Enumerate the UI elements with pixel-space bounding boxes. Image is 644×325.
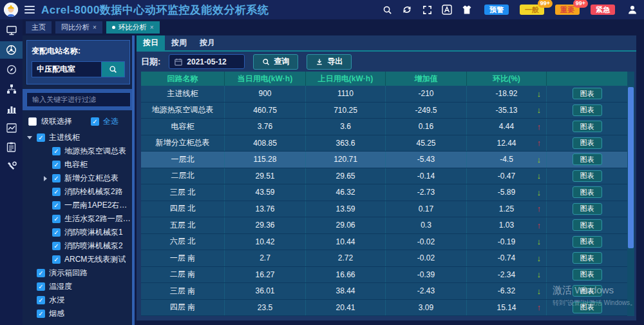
tree-checkbox[interactable]: ✓	[52, 188, 61, 196]
circuit-name-cell: 二层北	[141, 168, 225, 184]
tree-item-地源热泵空调总表[interactable]: ✓地源热泵空调总表	[25, 144, 135, 158]
chart-button[interactable]: 图表	[573, 302, 602, 313]
avatar[interactable]	[4, 3, 18, 17]
tree-checkbox[interactable]: ✓	[37, 133, 45, 142]
nav-tab-主页[interactable]: 主页	[26, 21, 52, 34]
table-row-四层 南[interactable]: 四层 南23.520.413.0915.14↑图表	[141, 300, 627, 317]
table-row-三层 北[interactable]: 三层 北43.5946.32-2.73-5.89↓图表	[141, 184, 627, 201]
tree-checkbox[interactable]: ✓	[52, 215, 61, 223]
table-row-地源热泵空调总表[interactable]: 地源热泵空调总表460.75710.25-249.5-35.13↓图表	[141, 103, 627, 119]
today-usage-cell: 16.27	[225, 267, 306, 283]
tree-checkbox[interactable]: ✓	[37, 282, 45, 291]
nav-tab-同比分析[interactable]: 同比分析×	[55, 21, 102, 34]
chart-button[interactable]: 图表	[573, 252, 602, 264]
chart-button[interactable]: 图表	[573, 88, 602, 99]
tree-item-电容柜[interactable]: ✓电容柜	[25, 158, 135, 172]
table-row-主进线柜[interactable]: 主进线柜9001110-210-18.92↓图表	[141, 86, 627, 103]
tree-item-消防喷淋机械泵1[interactable]: ✓消防喷淋机械泵1	[25, 226, 135, 239]
date-picker[interactable]: 2021-05-12	[169, 54, 245, 69]
tree-item-烟感[interactable]: ✓烟感	[25, 307, 135, 320]
user-icon[interactable]	[627, 5, 638, 15]
rail-item-bar-chart[interactable]	[0, 100, 23, 117]
translate-icon[interactable]	[442, 5, 452, 15]
tree-checkbox[interactable]: ✓	[52, 201, 61, 210]
tree-checkbox[interactable]: ✓	[37, 310, 45, 318]
tree-filter-input[interactable]: 输入关键字进行过滤	[26, 92, 131, 107]
period-tab-按月[interactable]: 按月	[193, 35, 222, 50]
table-row-五层 北[interactable]: 五层 北29.3629.060.31.03↑图表	[141, 217, 627, 234]
refresh-icon[interactable]	[402, 5, 412, 15]
table-row-一层北[interactable]: 一层北115.28120.71-5.43-4.5↓图表	[141, 152, 627, 168]
chart-button[interactable]: 图表	[573, 285, 602, 297]
table-row-二层北[interactable]: 二层北29.5129.65-0.14-0.47↓图表	[141, 168, 627, 185]
tree-checkbox[interactable]: ✓	[37, 269, 45, 277]
search-icon[interactable]	[382, 5, 392, 15]
tree-item-生活水泵2路一层弱电房[interactable]: ✓生活水泵2路一层弱电房	[25, 212, 135, 226]
alarm-badge-一般[interactable]: 一般99+	[520, 5, 544, 15]
chart-button[interactable]: 图表	[573, 269, 602, 281]
table-scrollbar-track[interactable]	[627, 72, 634, 316]
rail-item-screen[interactable]	[0, 22, 23, 39]
chart-button[interactable]: 图表	[573, 121, 602, 132]
table-row-六层 北[interactable]: 六层 北10.4210.44-0.02-0.19↓图表	[141, 234, 627, 251]
alarm-badge-紧急[interactable]: 紧急	[591, 5, 615, 15]
table-scrollbar-thumb[interactable]	[628, 87, 634, 248]
table-row-电容柜[interactable]: 电容柜3.763.60.164.44↑图表	[141, 119, 627, 135]
tree-item-消防喷淋机械泵2[interactable]: ✓消防喷淋机械泵2	[25, 239, 135, 253]
tree-item-主进线柜[interactable]: ✓主进线柜	[25, 131, 135, 144]
chart-button[interactable]: 图表	[573, 137, 602, 149]
tree-checkbox[interactable]: ✓	[52, 161, 61, 169]
menu-toggle-icon[interactable]	[24, 6, 35, 14]
chart-button[interactable]: 图表	[573, 104, 602, 116]
tree-item-温湿度[interactable]: ✓温湿度	[25, 280, 135, 293]
close-tab-icon[interactable]: ×	[93, 24, 97, 31]
chart-button[interactable]: 图表	[573, 219, 602, 231]
tree-item-消防栓机械泵2路[interactable]: ✓消防栓机械泵2路	[25, 185, 135, 199]
theme-shirt-icon[interactable]	[462, 5, 472, 15]
cascade-checkbox[interactable]	[28, 117, 37, 126]
caret-right-icon[interactable]	[42, 176, 48, 181]
table-row-三层 南[interactable]: 三层 南36.0138.44-2.43-6.32↓图表	[141, 283, 627, 300]
chart-button[interactable]: 图表	[573, 153, 602, 165]
caret-down-icon[interactable]	[26, 136, 33, 139]
tree-checkbox[interactable]: ✓	[52, 242, 61, 250]
table-row-四层 北[interactable]: 四层 北13.7613.590.171.25↑图表	[141, 201, 627, 218]
tree-item-演示箱回路[interactable]: ✓演示箱回路	[25, 266, 135, 280]
tree-checkbox[interactable]: ✓	[52, 174, 61, 182]
tree-checkbox[interactable]: ✓	[52, 228, 61, 237]
rail-item-compass[interactable]	[0, 61, 23, 78]
rail-item-report[interactable]	[0, 139, 23, 155]
table-row-新增分立柜总表[interactable]: 新增分立柜总表408.85363.645.2512.44↑图表	[141, 135, 627, 152]
rail-item-tools[interactable]	[0, 158, 23, 175]
tree-checkbox[interactable]: ✓	[52, 147, 61, 155]
period-tab-按日[interactable]: 按日	[137, 35, 165, 50]
close-tab-icon[interactable]: ×	[150, 24, 154, 31]
chart-button[interactable]: 图表	[573, 186, 602, 198]
chart-button[interactable]: 图表	[573, 170, 602, 182]
alarm-badge-预警[interactable]: 预警	[484, 5, 509, 15]
station-search-button[interactable]	[102, 61, 125, 77]
rail-item-dashboard[interactable]	[0, 41, 23, 59]
nav-tab-环比分析[interactable]: 环比分析×	[106, 21, 160, 34]
fullscreen-icon[interactable]	[422, 5, 432, 15]
tree-item-ARCM无线表测试[interactable]: ✓ARCM无线表测试	[25, 253, 135, 266]
rail-item-trend-chart[interactable]	[0, 119, 23, 136]
alarm-badge-重要[interactable]: 重要99+	[555, 5, 580, 15]
query-button[interactable]: 查询	[253, 54, 298, 70]
rail-item-topology[interactable]	[0, 81, 23, 97]
tree-item-水浸[interactable]: ✓水浸	[25, 293, 135, 307]
table-row-一层 南[interactable]: 一层 南2.72.72-0.02-0.74↓图表	[141, 250, 627, 267]
tree-item-一层南1APE2右一层北1APE1左[interactable]: ✓一层南1APE2右一层北1APE1左	[25, 199, 135, 212]
period-tab-按周[interactable]: 按周	[165, 35, 193, 50]
select-all-checkbox[interactable]: ✓	[91, 117, 99, 126]
export-button[interactable]: 导出	[307, 54, 352, 70]
tree-checkbox[interactable]: ✓	[52, 255, 61, 264]
chart-button[interactable]: 图表	[573, 203, 602, 215]
yesterday-usage-cell: 3.6	[306, 119, 386, 135]
sidebar-scrollbar[interactable]	[132, 35, 135, 325]
table-row-二层 南[interactable]: 二层 南16.2716.66-0.39-2.34↓图表	[141, 267, 627, 284]
station-name-input[interactable]: 中压配电室	[32, 61, 102, 77]
chart-button[interactable]: 图表	[573, 236, 602, 248]
tree-checkbox[interactable]: ✓	[37, 296, 45, 304]
tree-item-新增分立柜总表[interactable]: ✓新增分立柜总表	[25, 172, 135, 185]
